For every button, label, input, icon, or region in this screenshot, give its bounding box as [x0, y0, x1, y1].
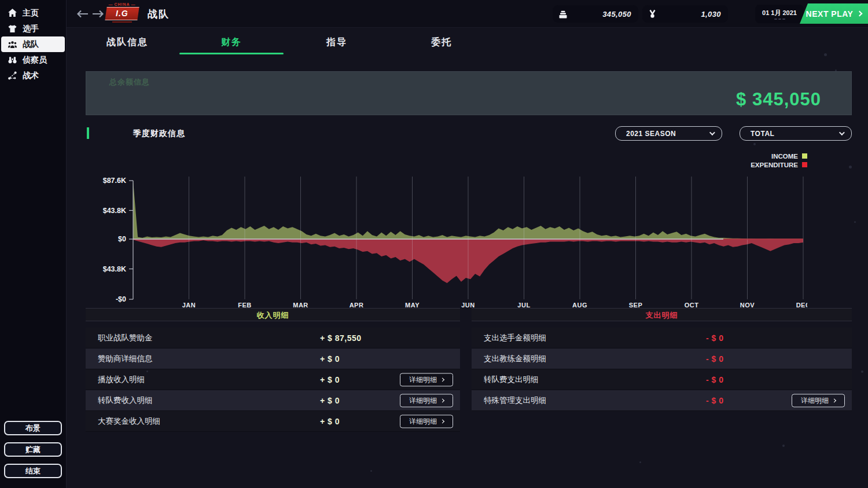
balance-value: $ 345,050 [736, 89, 821, 110]
finance-section-header: 季度财政信息 2021 SEASON TOTAL [67, 126, 868, 141]
sidebar-item-team[interactable]: 战队 [1, 36, 65, 52]
app-window: 主页 选手 战队 [0, 0, 868, 488]
home-icon [8, 8, 17, 18]
tab-bar: 战队信息 财务 指导 委托 [67, 33, 868, 56]
detail-button[interactable]: 详细明细 [400, 394, 453, 407]
legend-income-label: INCOME [771, 153, 798, 160]
accent-bar [87, 127, 89, 139]
forward-arrow-icon[interactable] [92, 9, 105, 19]
team-icon [8, 39, 17, 49]
row-label: 播放收入明细 [98, 375, 145, 385]
back-arrow-icon[interactable] [76, 9, 89, 19]
next-play-button[interactable]: NEXT PLAY [800, 3, 868, 24]
row-label: 职业战队赞助金 [98, 333, 153, 343]
income-table: 收入明细 职业战队赞助金 + $ 87,550 赞助商详细信息 + $ 0 播放… [86, 308, 460, 432]
season-dropdown-value: 2021 SEASON [626, 130, 709, 138]
row-value: - $ 0 [706, 396, 724, 405]
tab-finance[interactable]: 财务 [221, 33, 242, 49]
sidebar-item-label: 战队 [23, 39, 39, 50]
logo-team-name: I.G [116, 9, 128, 18]
tab-team-info[interactable]: 战队信息 [106, 33, 148, 49]
income-swatch [802, 153, 807, 159]
tab-finance-label: 财务 [221, 37, 242, 47]
storage-button[interactable]: 贮藏 [4, 442, 62, 457]
chevron-down-icon [839, 130, 845, 135]
next-play-label: NEXT PLAY [806, 9, 854, 19]
medal-icon [648, 9, 657, 19]
binoculars-icon [8, 55, 17, 65]
table-row: 职业战队赞助金 + $ 87,550 [86, 328, 460, 348]
row-value: - $ 0 [706, 375, 724, 384]
tab-coaching[interactable]: 指导 [326, 33, 347, 49]
chevron-down-icon [709, 130, 715, 135]
expenditure-swatch [802, 162, 807, 167]
jersey-icon [8, 24, 17, 34]
sidebar-item-scouts[interactable]: 侦察员 [1, 52, 65, 68]
legend-expenditure-label: EXPENDITURE [751, 162, 798, 168]
finance-chart-area: INCOME EXPENDITURE JANFEBMARAPRMAYJUNJUL… [67, 145, 868, 318]
chevron-right-icon [832, 398, 836, 402]
legend-expenditure: EXPENDITURE [751, 160, 807, 169]
detail-button[interactable]: 详细明细 [400, 373, 453, 386]
detail-button[interactable]: 详细明细 [792, 394, 845, 407]
detail-button-label: 详细明细 [409, 395, 437, 405]
row-value: + $ 87,550 [320, 333, 362, 343]
table-row: 转队费支出明细 - $ 0 [472, 369, 852, 390]
sidebar: 主页 选手 战队 [0, 0, 67, 488]
table-row: 播放收入明细 + $ 0 详细明细 [86, 369, 460, 390]
section-title: 季度财政信息 [133, 129, 185, 139]
scene-button[interactable]: 布景 [4, 421, 62, 435]
table-row: 赞助商详细信息 + $ 0 [86, 348, 460, 369]
svg-text:$43.8K: $43.8K [103, 265, 126, 273]
scope-dropdown[interactable]: TOTAL [740, 126, 852, 141]
chevron-right-icon [440, 377, 444, 381]
income-table-title: 收入明细 [86, 308, 460, 321]
season-dropdown[interactable]: 2021 SEASON [615, 126, 722, 141]
scope-dropdown-value: TOTAL [751, 130, 839, 138]
tab-commission[interactable]: 委托 [431, 33, 452, 49]
medal-value: 1,030 [657, 10, 721, 19]
row-value: + $ 0 [320, 417, 340, 426]
table-row: 转队费收入明细 + $ 0 详细明细 [86, 390, 460, 411]
chevron-right-icon [440, 419, 444, 423]
row-label: 支出教练金额明细 [484, 354, 546, 364]
row-value: - $ 0 [706, 354, 724, 364]
row-value: + $ 0 [320, 375, 340, 384]
row-label: 赞助商详细信息 [98, 354, 153, 364]
row-label: 转队费支出明细 [484, 375, 539, 385]
date-progress-pips [774, 19, 785, 20]
chevron-right-icon [857, 11, 863, 17]
cash-icon [558, 9, 568, 19]
sidebar-item-players[interactable]: 选手 [1, 21, 65, 36]
money-resource: 345,050 [553, 5, 638, 23]
expenditure-table-title: 支出明细 [472, 308, 852, 321]
date-badge[interactable]: 01 1月 2021 [755, 5, 804, 23]
page-title: 战队 [148, 8, 170, 21]
legend-income: INCOME [751, 152, 807, 160]
team-logo[interactable]: CHINA I.G [106, 2, 138, 23]
table-row: 大赛奖金收入明细 + $ 0 详细明细 [86, 411, 460, 432]
svg-text:-$0: -$0 [116, 295, 126, 303]
detail-button-label: 详细明细 [409, 416, 437, 426]
tactics-icon [8, 71, 17, 80]
row-value: - $ 0 [706, 333, 724, 343]
topbar: CHINA I.G 战队 345,050 [67, 0, 868, 28]
chevron-right-icon [440, 398, 444, 402]
row-label: 支出选手金额明细 [484, 333, 546, 343]
end-button[interactable]: 结束 [4, 464, 62, 478]
sidebar-item-label: 战术 [23, 71, 39, 81]
svg-text:$87.6K: $87.6K [103, 177, 126, 185]
row-label: 特殊管理支出明细 [484, 395, 546, 406]
logo-underline [112, 21, 132, 23]
svg-text:$0: $0 [118, 235, 126, 243]
table-row: 支出选手金额明细 - $ 0 [472, 328, 852, 348]
table-row: 支出教练金额明细 - $ 0 [472, 348, 852, 369]
chart-legend: INCOME EXPENDITURE [751, 152, 807, 169]
detail-button[interactable]: 详细明细 [400, 414, 453, 428]
active-tab-underline [179, 53, 284, 54]
sidebar-item-tactics[interactable]: 战术 [1, 68, 65, 83]
sidebar-item-home[interactable]: 主页 [1, 5, 65, 21]
finance-area-chart: JANFEBMARAPRMAYJUNJULAUGSEPOCTNOVDEC$87.… [93, 177, 807, 313]
current-date: 01 1月 2021 [762, 9, 797, 17]
expenditure-table: 支出明细 支出选手金额明细 - $ 0 支出教练金额明细 - $ 0 转队费支出… [472, 308, 852, 411]
